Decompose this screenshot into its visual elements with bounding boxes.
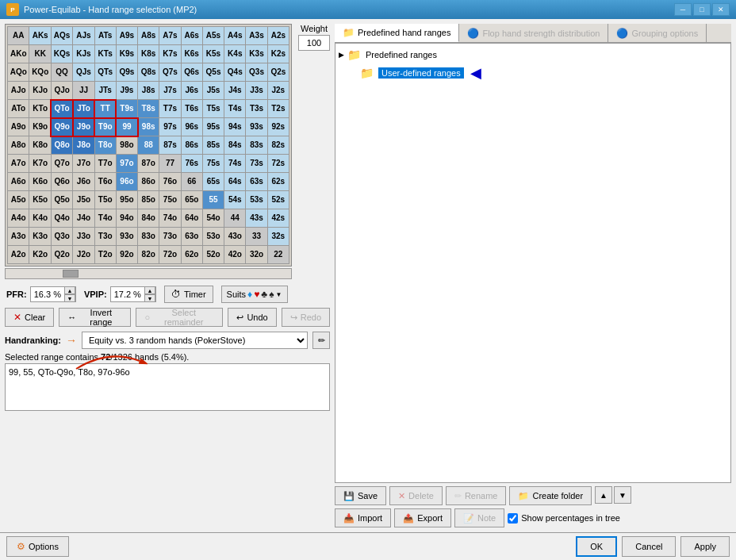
hand-cell[interactable]: A6o xyxy=(8,173,29,191)
hand-cell[interactable]: 52s xyxy=(267,191,289,209)
hand-cell[interactable]: ATs xyxy=(94,27,116,45)
hand-cell[interactable]: 32s xyxy=(267,228,289,246)
hand-cell[interactable]: K6s xyxy=(181,45,202,63)
hand-cell[interactable]: JJ xyxy=(73,82,94,100)
hand-cell[interactable]: AKo xyxy=(8,45,29,63)
hand-cell[interactable]: T2s xyxy=(267,100,289,118)
hand-cell[interactable]: QJo xyxy=(51,82,72,100)
hand-cell[interactable]: Q3o xyxy=(51,228,72,246)
hand-cell[interactable]: 43o xyxy=(224,228,246,246)
hand-cell[interactable]: 86s xyxy=(181,136,202,155)
hand-cell[interactable]: K8o xyxy=(29,136,51,155)
hand-cell[interactable]: 92o xyxy=(116,246,137,264)
hand-cell[interactable]: 88 xyxy=(138,136,159,155)
hand-cell[interactable]: Q6s xyxy=(181,63,202,82)
hand-cell[interactable]: 63s xyxy=(246,173,267,191)
hand-cell[interactable]: J5s xyxy=(202,82,224,100)
hand-cell[interactable]: 54s xyxy=(224,191,246,209)
grid-scrollbar[interactable] xyxy=(5,268,292,279)
hand-cell[interactable]: 93s xyxy=(246,118,267,136)
hand-cell[interactable]: 74o xyxy=(159,209,181,228)
hand-cell[interactable]: T5s xyxy=(202,100,224,118)
hand-cell[interactable]: 85s xyxy=(202,136,224,155)
hand-cell[interactable]: KTo xyxy=(29,100,51,118)
hand-cell[interactable]: 95o xyxy=(116,191,137,209)
hand-cell[interactable]: J4o xyxy=(73,209,94,228)
hand-cell[interactable]: QTo xyxy=(51,100,72,118)
hand-cell[interactable]: AKs xyxy=(29,27,51,45)
hand-cell[interactable]: 98s xyxy=(138,118,159,136)
hand-cell[interactable]: J8s xyxy=(138,82,159,100)
handranking-select[interactable]: Equity vs. 3 random hands (PokerStove) xyxy=(82,332,308,349)
hand-cell[interactable]: K4o xyxy=(29,209,51,228)
show-percentages-checkbox[interactable] xyxy=(508,513,518,524)
hand-cell[interactable]: Q4o xyxy=(51,209,72,228)
hand-cell[interactable]: 53o xyxy=(202,228,224,246)
pfr-up[interactable]: ▲ xyxy=(64,286,75,294)
hand-cell[interactable]: J9o xyxy=(73,118,94,136)
hand-cell[interactable]: A2s xyxy=(267,27,289,45)
redo-button[interactable]: ↪ Redo xyxy=(282,308,330,327)
hand-cell[interactable]: 62o xyxy=(181,246,202,264)
import-button[interactable]: 📥 Import xyxy=(335,508,391,527)
hand-cell[interactable]: ATo xyxy=(8,100,29,118)
vpip-up[interactable]: ▲ xyxy=(144,286,155,294)
hand-cell[interactable]: A8o xyxy=(8,136,29,155)
hand-cell[interactable]: 97s xyxy=(159,118,181,136)
hand-cell[interactable]: JTs xyxy=(94,82,116,100)
cancel-button[interactable]: Cancel xyxy=(622,536,676,557)
undo-button[interactable]: ↩ Undo xyxy=(228,308,276,327)
hand-cell[interactable]: 94s xyxy=(224,118,246,136)
rename-button[interactable]: ✏ Rename xyxy=(446,486,507,505)
hand-cell[interactable]: T9s xyxy=(116,100,137,118)
hand-cell[interactable]: K9o xyxy=(29,118,51,136)
hand-cell[interactable]: T6o xyxy=(94,173,116,191)
hand-cell[interactable]: Q5o xyxy=(51,191,72,209)
hand-cell[interactable]: 77 xyxy=(159,155,181,173)
hand-cell[interactable]: T3o xyxy=(94,228,116,246)
hand-cell[interactable]: 64o xyxy=(181,209,202,228)
hand-cell[interactable]: KQo xyxy=(29,63,51,82)
hand-cell[interactable]: A8s xyxy=(138,27,159,45)
hand-cell[interactable]: A5s xyxy=(202,27,224,45)
hand-cell[interactable]: 76s xyxy=(181,155,202,173)
hand-cell[interactable]: 42s xyxy=(267,209,289,228)
hand-cell[interactable]: J7o xyxy=(73,155,94,173)
minimize-button[interactable]: ─ xyxy=(674,3,692,16)
hand-cell[interactable]: 64s xyxy=(224,173,246,191)
hand-cell[interactable]: A7o xyxy=(8,155,29,173)
hand-cell[interactable]: K5o xyxy=(29,191,51,209)
hand-cell[interactable]: 96o xyxy=(116,173,137,191)
hand-cell[interactable]: A5o xyxy=(8,191,29,209)
hand-cell[interactable]: A7s xyxy=(159,27,181,45)
hand-cell[interactable]: 72s xyxy=(267,155,289,173)
hand-cell[interactable]: J6o xyxy=(73,173,94,191)
export-button[interactable]: 📤 Export xyxy=(394,508,451,527)
hand-cell[interactable]: AA xyxy=(8,27,29,45)
range-text-area[interactable]: 99, 55, QTo-Q9o, T8o, 97o-96o xyxy=(5,363,330,411)
hand-cell[interactable]: Q2s xyxy=(267,63,289,82)
hand-cell[interactable]: T2o xyxy=(94,246,116,264)
delete-button[interactable]: ✕ Delete xyxy=(389,486,443,505)
hand-cell[interactable]: Q4s xyxy=(224,63,246,82)
hand-cell[interactable]: 42o xyxy=(224,246,246,264)
hand-cell[interactable]: K2o xyxy=(29,246,51,264)
hand-cell[interactable]: 54o xyxy=(202,209,224,228)
hand-cell[interactable]: A4s xyxy=(224,27,246,45)
hand-cell[interactable]: A2o xyxy=(8,246,29,264)
hand-cell[interactable]: 92s xyxy=(267,118,289,136)
hand-cell[interactable]: Q9o xyxy=(51,118,72,136)
note-button[interactable]: 📝 Note xyxy=(454,508,504,527)
hand-cell[interactable]: KQs xyxy=(51,45,72,63)
hand-cell[interactable]: 84s xyxy=(224,136,246,155)
tab-grouping-options[interactable]: 🔵 Grouping options xyxy=(608,24,707,42)
hand-cell[interactable]: 84o xyxy=(138,209,159,228)
hand-cell[interactable]: K3o xyxy=(29,228,51,246)
hand-cell[interactable]: J9s xyxy=(116,82,137,100)
hand-cell[interactable]: 99 xyxy=(116,118,137,136)
hand-cell[interactable]: A4o xyxy=(8,209,29,228)
hand-cell[interactable]: KJs xyxy=(73,45,94,63)
hand-cell[interactable]: 22 xyxy=(267,246,289,264)
hand-cell[interactable]: T7s xyxy=(159,100,181,118)
options-button[interactable]: ⚙ Options xyxy=(6,536,69,557)
